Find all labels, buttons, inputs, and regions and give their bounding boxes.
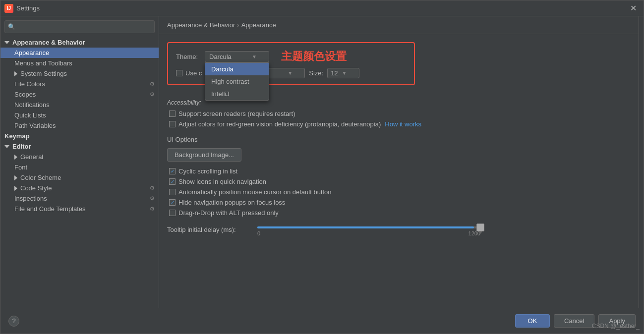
chinese-label: 主题颜色设置 — [281, 49, 347, 64]
slider-track[interactable] — [257, 226, 480, 228]
badge-file-code-templates: ⚙ — [150, 206, 155, 212]
breadcrumb: Appearance & Behavior › Appearance — [159, 16, 639, 34]
settings-dialog: IJ Settings ✕ 🔍 Appearance & Behavior Ap… — [0, 0, 644, 334]
sidebar-item-inspections[interactable]: Inspections ⚙ — [0, 193, 159, 204]
sidebar-item-scopes[interactable]: Scopes ⚙ — [0, 89, 159, 100]
screen-readers-checkbox[interactable] — [169, 111, 176, 117]
breadcrumb-appearance: Appearance — [241, 21, 276, 29]
font-dropdown-arrow-icon: ▼ — [288, 70, 293, 76]
size-label: Size: — [309, 69, 323, 77]
sidebar-item-editor[interactable]: Editor — [0, 141, 159, 152]
expand-icon-appearance-behavior — [4, 41, 9, 44]
expand-icon-system-settings — [14, 71, 17, 76]
expand-icon-general — [14, 155, 17, 160]
show-icons-row: Show icons in quick navigation — [167, 178, 631, 185]
cancel-button[interactable]: Cancel — [554, 314, 594, 328]
accessibility-option2-row: Adjust colors for red-green vision defic… — [167, 120, 631, 128]
screen-readers-text: Support screen readers (requires restart… — [178, 110, 295, 117]
sidebar-item-appearance-behavior[interactable]: Appearance & Behavior — [0, 37, 159, 48]
tooltip-delay-slider-wrapper: 0 1200 — [257, 223, 480, 236]
sidebar-item-color-scheme[interactable]: Color Scheme — [0, 172, 159, 183]
how-it-works-link[interactable]: How it works — [385, 120, 421, 128]
badge-file-colors: ⚙ — [150, 81, 155, 87]
title-bar-left: IJ Settings — [4, 4, 40, 13]
panel-content: Theme: Darcula ▼ Darcula High contrast I… — [159, 34, 639, 308]
watermark: CSDN @_esther_ — [592, 323, 640, 330]
expand-icon-editor — [4, 145, 9, 148]
show-icons-label[interactable]: Show icons in quick navigation — [169, 178, 266, 185]
title-text: Settings — [16, 4, 40, 12]
color-deficiency-checkbox[interactable] — [169, 121, 176, 127]
app-icon: IJ — [4, 4, 13, 13]
sidebar-item-appearance[interactable]: Appearance — [0, 48, 159, 58]
search-icon: 🔍 — [8, 23, 15, 30]
main-panel: Appearance & Behavior › Appearance Theme… — [159, 16, 639, 308]
drag-drop-row: Drag-n-Drop with ALT pressed only — [167, 209, 631, 217]
sidebar-item-quick-lists[interactable]: Quick Lists — [0, 110, 159, 120]
title-bar: IJ Settings ✕ — [0, 0, 644, 16]
color-deficiency-label[interactable]: Adjust colors for red-green vision defic… — [169, 120, 381, 128]
sidebar: 🔍 Appearance & Behavior Appearance Menus… — [0, 16, 159, 308]
slider-min-label: 0 — [257, 230, 260, 236]
ok-button[interactable]: OK — [515, 314, 550, 328]
bottom-left: ? — [8, 316, 19, 327]
sidebar-item-file-colors[interactable]: File Colors ⚙ — [0, 79, 159, 89]
sidebar-item-system-settings[interactable]: System Settings — [0, 68, 159, 79]
ui-options-heading: UI Options — [167, 136, 631, 143]
theme-row: Theme: Darcula ▼ Darcula High contrast I… — [176, 49, 406, 64]
sidebar-item-keymap[interactable]: Keymap — [0, 131, 159, 141]
drag-drop-text: Drag-n-Drop with ALT pressed only — [178, 209, 279, 217]
slider-thumb[interactable] — [476, 223, 484, 231]
use-custom-font-checkbox[interactable] — [176, 70, 182, 76]
close-button[interactable]: ✕ — [627, 2, 640, 14]
slider-fill — [257, 226, 474, 228]
cyclic-scrolling-label[interactable]: Cyclic scrolling in list — [169, 167, 237, 175]
sidebar-item-path-variables[interactable]: Path Variables — [0, 120, 159, 131]
cyclic-scrolling-checkbox[interactable] — [169, 168, 176, 174]
badge-code-style: ⚙ — [150, 185, 155, 191]
auto-cursor-label[interactable]: Automatically position mouse cursor on d… — [169, 188, 332, 196]
hide-nav-label[interactable]: Hide navigation popups on focus loss — [169, 199, 285, 206]
help-button[interactable]: ? — [8, 316, 19, 327]
auto-cursor-checkbox[interactable] — [169, 189, 176, 195]
sidebar-item-font[interactable]: Font — [0, 162, 159, 172]
use-custom-font-label[interactable]: Use c — [176, 69, 202, 77]
hide-nav-row: Hide navigation popups on focus loss — [167, 199, 631, 206]
use-custom-font-text: Use c — [185, 69, 202, 77]
screen-readers-label[interactable]: Support screen readers (requires restart… — [169, 110, 295, 117]
theme-dropdown[interactable]: Darcula ▼ — [205, 51, 269, 62]
tooltip-delay-container: Tooltip initial delay (ms): 0 1200 — [167, 223, 631, 236]
sidebar-item-code-style[interactable]: Code Style ⚙ — [0, 183, 159, 193]
cyclic-scrolling-text: Cyclic scrolling in list — [178, 167, 237, 175]
slider-labels: 0 1200 — [257, 230, 480, 236]
tooltip-delay-label: Tooltip initial delay (ms): — [167, 226, 251, 233]
drag-drop-checkbox[interactable] — [169, 210, 176, 216]
show-icons-checkbox[interactable] — [169, 178, 176, 185]
theme-option-darcula[interactable]: Darcula — [205, 63, 269, 75]
theme-option-intellij[interactable]: IntelliJ — [205, 88, 269, 100]
scrollbar-right[interactable] — [639, 16, 644, 308]
show-icons-text: Show icons in quick navigation — [178, 178, 266, 185]
auto-cursor-row: Automatically position mouse cursor on d… — [167, 188, 631, 196]
drag-drop-label[interactable]: Drag-n-Drop with ALT pressed only — [169, 209, 279, 217]
sidebar-item-notifications[interactable]: Notifications — [0, 100, 159, 110]
sidebar-item-file-code-templates[interactable]: File and Code Templates ⚙ — [0, 204, 159, 214]
badge-inspections: ⚙ — [150, 195, 155, 202]
background-image-button[interactable]: Background Image... — [167, 148, 241, 162]
theme-dropdown-menu: Darcula High contrast IntelliJ — [205, 62, 269, 101]
search-box[interactable]: 🔍 — [4, 20, 155, 33]
theme-label: Theme: — [176, 53, 201, 60]
search-input[interactable] — [17, 23, 151, 30]
hide-nav-checkbox[interactable] — [169, 199, 176, 206]
sidebar-item-general[interactable]: General — [0, 152, 159, 162]
color-deficiency-text: Adjust colors for red-green vision defic… — [178, 120, 381, 128]
bottom-bar: ? OK Cancel Apply — [0, 308, 644, 334]
theme-option-high-contrast[interactable]: High contrast — [205, 75, 269, 88]
size-dropdown[interactable]: 12 ▼ — [327, 68, 359, 78]
cyclic-scrolling-row: Cyclic scrolling in list — [167, 167, 631, 175]
theme-section: Theme: Darcula ▼ Darcula High contrast I… — [167, 42, 415, 85]
sidebar-item-menus-toolbars[interactable]: Menus and Toolbars — [0, 58, 159, 68]
auto-cursor-text: Automatically position mouse cursor on d… — [178, 188, 332, 196]
breadcrumb-separator: › — [237, 21, 239, 29]
accessibility-option1-row: Support screen readers (requires restart… — [167, 110, 631, 117]
